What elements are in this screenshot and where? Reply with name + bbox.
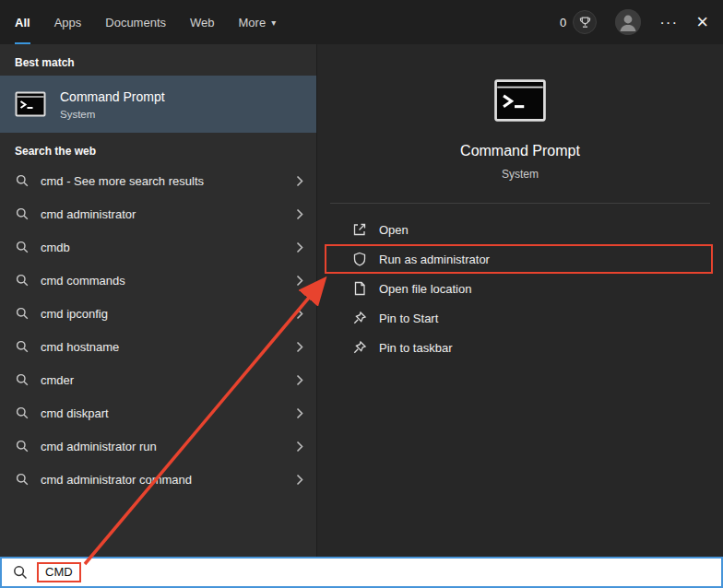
open-icon xyxy=(352,222,367,237)
suggestion-item[interactable]: cmd administrator xyxy=(0,197,316,230)
detail-subtitle: System xyxy=(502,168,539,181)
rewards-button[interactable]: 0 xyxy=(560,10,597,34)
suggestion-item[interactable]: cmd administrator run xyxy=(0,429,316,463)
detail-title: Command Prompt xyxy=(460,143,580,159)
action-label: Pin to Start xyxy=(379,312,438,325)
tab-more-label: More xyxy=(239,16,267,29)
tab-documents[interactable]: Documents xyxy=(105,0,166,44)
chevron-right-icon[interactable] xyxy=(296,175,303,187)
windows-search-flyout: { "topbar": { "tabs": [ {"label": "All",… xyxy=(0,0,723,588)
suggestion-label: cmd commands xyxy=(41,274,125,288)
pin-icon xyxy=(352,340,367,355)
suggestion-label: cmd administrator command xyxy=(41,473,192,487)
command-prompt-icon-large xyxy=(493,74,547,127)
suggestion-item[interactable]: cmd diskpart xyxy=(0,396,316,429)
suggestion-label: cmd hostname xyxy=(41,340,119,354)
action-open[interactable]: Open xyxy=(317,215,723,244)
action-label: Open xyxy=(379,223,409,237)
search-icon xyxy=(16,373,29,386)
best-match-title: Command Prompt xyxy=(60,89,165,104)
chevron-right-icon[interactable] xyxy=(296,474,303,486)
suggestion-label: cmd ipconfig xyxy=(41,307,108,321)
suggestion-label: cmd - See more search results xyxy=(41,174,204,188)
search-icon xyxy=(16,473,29,486)
search-icon xyxy=(16,307,29,320)
search-web-header: Search the web xyxy=(0,133,316,164)
suggestion-label: cmd administrator xyxy=(41,207,136,221)
action-label: Open file location xyxy=(379,282,471,296)
file-location-icon xyxy=(352,281,367,296)
detail-header: Command Prompt System xyxy=(317,44,723,181)
rewards-count: 0 xyxy=(560,16,566,29)
search-icon xyxy=(16,274,29,287)
topbar-right-controls: 0 ··· × xyxy=(560,9,708,35)
search-icon xyxy=(16,207,29,220)
search-icon xyxy=(13,565,28,580)
chevron-right-icon[interactable] xyxy=(296,374,303,386)
chevron-right-icon[interactable] xyxy=(296,241,303,253)
search-icon xyxy=(16,340,29,353)
search-results-area: Best match Command Prompt System Search … xyxy=(0,44,723,557)
action-run-as-administrator[interactable]: Run as administrator xyxy=(317,244,723,274)
chevron-right-icon[interactable] xyxy=(296,308,303,320)
suggestion-item[interactable]: cmd commands xyxy=(0,264,316,297)
search-icon xyxy=(16,440,29,453)
suggestion-item[interactable]: cmder xyxy=(0,363,316,396)
command-prompt-icon xyxy=(15,88,46,120)
close-icon[interactable]: × xyxy=(696,12,708,32)
action-label: Pin to taskbar xyxy=(379,341,453,355)
action-label: Run as administrator xyxy=(379,253,490,266)
web-suggestions-list: cmd - See more search results cmd admini… xyxy=(0,164,316,496)
chevron-right-icon[interactable] xyxy=(296,275,303,287)
chevron-right-icon[interactable] xyxy=(296,407,303,419)
tab-web[interactable]: Web xyxy=(190,0,215,44)
chevron-right-icon[interactable] xyxy=(296,441,303,453)
suggestion-item[interactable]: cmd administrator command xyxy=(0,463,316,496)
action-open-file-location[interactable]: Open file location xyxy=(317,274,723,303)
suggestion-item[interactable]: cmdb xyxy=(0,230,316,264)
chevron-down-icon: ▾ xyxy=(271,18,276,28)
suggestion-label: cmder xyxy=(41,373,74,387)
chevron-right-icon[interactable] xyxy=(296,208,303,220)
best-match-subtitle: System xyxy=(60,109,165,120)
action-pin-to-start[interactable]: Pin to Start xyxy=(317,303,723,333)
user-avatar[interactable] xyxy=(615,9,641,35)
shield-icon xyxy=(352,252,367,266)
detail-divider xyxy=(330,203,710,204)
search-top-bar: All Apps Documents Web More ▾ 0 xyxy=(0,0,723,44)
rewards-trophy-icon xyxy=(573,10,597,34)
search-icon xyxy=(16,174,29,187)
suggestion-item[interactable]: cmd ipconfig xyxy=(0,297,316,330)
suggestion-label: cmd diskpart xyxy=(41,406,109,420)
tab-apps[interactable]: Apps xyxy=(54,0,82,44)
chevron-right-icon[interactable] xyxy=(296,341,303,353)
pin-icon xyxy=(352,311,367,325)
action-list: Open Run as administrator Open file xyxy=(317,215,723,362)
best-match-result[interactable]: Command Prompt System xyxy=(0,76,316,133)
suggestion-item[interactable]: cmd - See more search results xyxy=(0,164,316,197)
best-match-header: Best match xyxy=(0,44,316,76)
results-list-panel: Best match Command Prompt System Search … xyxy=(0,44,316,557)
search-input[interactable]: CMD xyxy=(37,562,81,583)
search-icon xyxy=(16,241,29,253)
tab-more[interactable]: More ▾ xyxy=(239,0,277,44)
taskbar-search-box[interactable]: CMD xyxy=(0,557,723,588)
best-match-text: Command Prompt System xyxy=(60,89,165,120)
result-detail-panel: Command Prompt System Open xyxy=(316,44,723,557)
more-options-icon[interactable]: ··· xyxy=(659,15,678,30)
suggestion-label: cmdb xyxy=(41,241,70,254)
search-icon xyxy=(16,406,29,419)
tab-all[interactable]: All xyxy=(15,0,30,44)
action-pin-to-taskbar[interactable]: Pin to taskbar xyxy=(317,333,723,362)
search-filter-tabs: All Apps Documents Web More ▾ xyxy=(15,0,276,44)
suggestion-label: cmd administrator run xyxy=(41,440,157,453)
suggestion-item[interactable]: cmd hostname xyxy=(0,330,316,363)
